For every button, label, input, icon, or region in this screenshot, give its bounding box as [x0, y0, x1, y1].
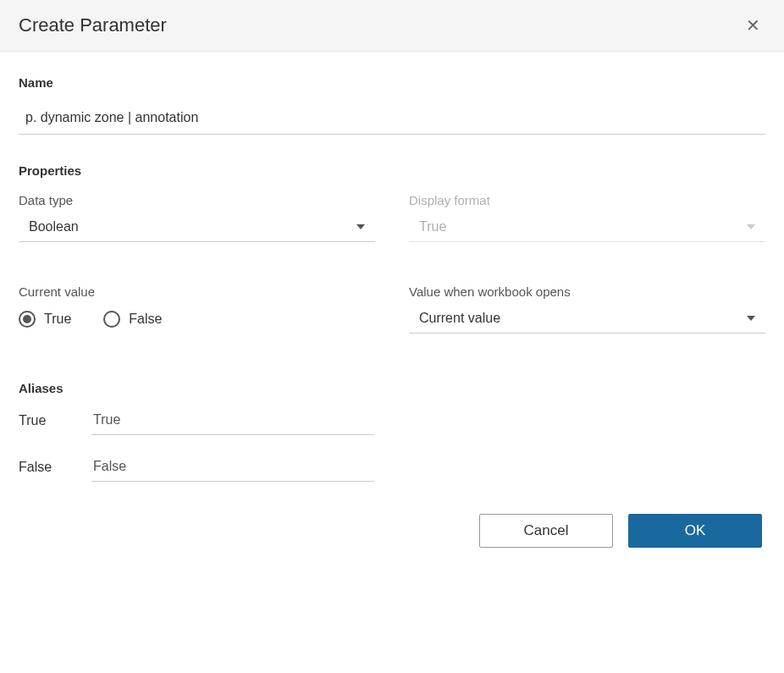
data-type-value: Boolean: [29, 219, 79, 234]
alias-true-input[interactable]: [91, 411, 374, 435]
alias-false-input[interactable]: [91, 457, 374, 482]
value-when-open-value: Current value: [419, 311, 500, 326]
dialog-title: Create Parameter: [19, 14, 167, 36]
chevron-down-icon: [747, 224, 755, 229]
properties-section: Properties Data type Boolean Display for…: [19, 163, 765, 334]
display-format-select: True: [409, 216, 765, 242]
display-format-field: Display format True: [409, 193, 765, 242]
alias-row-true: True: [19, 411, 374, 435]
value-when-open-label: Value when workbook opens: [409, 284, 765, 299]
aliases-heading: Aliases: [19, 381, 765, 395]
aliases-section: Aliases True False: [19, 381, 765, 482]
current-value-radio-group: True False: [19, 307, 375, 328]
dialog-content: Name Properties Data type Boolean Displa…: [0, 52, 784, 565]
properties-heading: Properties: [19, 163, 765, 178]
chevron-down-icon: [747, 316, 755, 321]
alias-false-key: False: [19, 460, 66, 482]
data-type-field: Data type Boolean: [19, 193, 375, 242]
current-value-label: Current value: [19, 284, 375, 299]
name-input[interactable]: [19, 105, 765, 135]
dialog-buttons: Cancel OK: [19, 514, 765, 548]
display-format-label: Display format: [409, 193, 765, 207]
ok-button[interactable]: OK: [628, 514, 762, 548]
name-label: Name: [19, 75, 765, 90]
chevron-down-icon: [356, 224, 365, 229]
radio-icon: [19, 311, 36, 328]
display-format-value: True: [419, 219, 446, 234]
radio-false[interactable]: False: [103, 311, 162, 328]
radio-icon: [103, 311, 120, 328]
radio-false-label: False: [129, 312, 162, 327]
cancel-button[interactable]: Cancel: [479, 514, 613, 548]
current-value-field: Current value True False: [19, 284, 375, 334]
radio-true-label: True: [44, 312, 71, 327]
radio-true[interactable]: True: [19, 311, 71, 328]
value-when-open-field: Value when workbook opens Current value: [409, 284, 765, 334]
dialog-titlebar: Create Parameter ✕: [0, 0, 784, 52]
data-type-label: Data type: [19, 193, 375, 207]
alias-true-key: True: [19, 413, 66, 435]
name-section: Name: [19, 75, 765, 135]
value-when-open-select[interactable]: Current value: [409, 307, 765, 334]
data-type-select[interactable]: Boolean: [19, 216, 375, 242]
alias-row-false: False: [19, 457, 374, 482]
close-icon[interactable]: ✕: [741, 14, 765, 37]
